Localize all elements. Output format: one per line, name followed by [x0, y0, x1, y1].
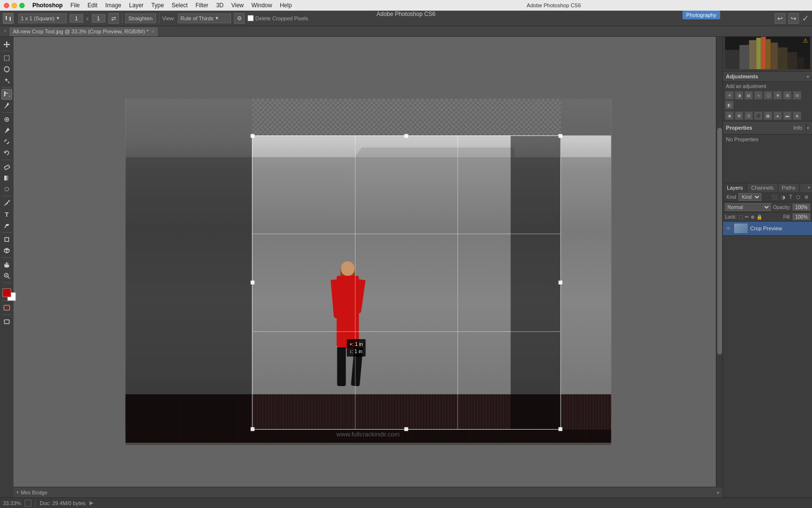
layer-eye-icon[interactable]: 👁: [725, 225, 732, 232]
adjustments-collapse-icon[interactable]: ▾: [807, 74, 809, 79]
shape-tool[interactable]: [1, 234, 12, 245]
levels-adj-icon[interactable]: ▤: [744, 91, 753, 100]
view-dropdown[interactable]: Rule of Thirds ▾: [178, 14, 231, 23]
delete-cropped-checkbox[interactable]: [247, 15, 254, 21]
menu-3d[interactable]: 3D: [216, 2, 223, 9]
lock-all-icon[interactable]: 🔒: [756, 214, 762, 220]
menu-filter[interactable]: Filter: [195, 2, 208, 9]
crop-tool-sidebar[interactable]: [1, 89, 12, 100]
straighten-button[interactable]: Straighten: [125, 14, 156, 23]
filter-smart-icon[interactable]: ⚙: [803, 194, 810, 200]
commit-button[interactable]: ✓: [802, 14, 809, 23]
filter-type-icon[interactable]: T: [788, 194, 794, 200]
menu-layer[interactable]: Layer: [129, 2, 144, 9]
blend-mode-dropdown[interactable]: Normal: [725, 203, 771, 211]
hand-tool[interactable]: [1, 259, 12, 270]
tab-close-all[interactable]: ×: [4, 29, 7, 34]
brush-tool[interactable]: [1, 125, 12, 136]
clone-stamp-tool[interactable]: [1, 136, 12, 147]
histogram-warning-icon[interactable]: ⚠: [803, 37, 808, 44]
lock-position-icon[interactable]: ⊕: [751, 214, 754, 220]
swap-wh-button[interactable]: ⇄: [108, 13, 119, 24]
lasso-tool[interactable]: [1, 64, 12, 75]
screen-mode-button[interactable]: [1, 316, 12, 327]
pen-tool[interactable]: [1, 198, 12, 209]
layers-collapse-icon[interactable]: ▾: [806, 183, 812, 192]
ratio-w-input[interactable]: [70, 14, 83, 23]
3d-tool[interactable]: [1, 245, 12, 256]
magic-wand-tool[interactable]: [1, 75, 12, 86]
path-selection-tool[interactable]: [1, 220, 12, 231]
foreground-color[interactable]: [2, 288, 11, 297]
bw-adj-icon[interactable]: ◧: [725, 101, 734, 109]
scroll-y[interactable]: [716, 37, 723, 491]
close-button[interactable]: [4, 3, 9, 8]
zoom-tool[interactable]: [1, 270, 12, 281]
document-tab[interactable]: All-new Crop Tool.jpg @ 33.3% (Crop Prev…: [9, 27, 159, 36]
move-tool[interactable]: [1, 39, 12, 49]
eraser-tool[interactable]: [1, 162, 12, 172]
properties-collapse-icon[interactable]: ▾: [807, 125, 809, 131]
gradient-map-adj-icon[interactable]: ▬: [783, 111, 792, 120]
contrast-adj-icon[interactable]: ◑: [735, 91, 743, 100]
filter-pixel-icon[interactable]: ⬛: [770, 194, 779, 200]
selective-color-adj-icon[interactable]: ◈: [793, 111, 801, 120]
ratio-dropdown[interactable]: 1 x 1 (Square) ▾: [18, 14, 67, 23]
eyedropper-tool[interactable]: [1, 100, 12, 111]
color-swatches[interactable]: [1, 286, 12, 297]
tab-close-button[interactable]: ×: [151, 29, 154, 34]
blur-tool[interactable]: [1, 184, 12, 194]
undo-button[interactable]: ↩: [775, 13, 785, 24]
history-brush-tool[interactable]: [1, 148, 12, 158]
menu-select[interactable]: Select: [172, 2, 188, 9]
healing-tool[interactable]: [1, 114, 12, 125]
lock-transparent-icon[interactable]: ⬚: [739, 214, 743, 220]
fill-input[interactable]: [793, 213, 810, 220]
layer-item-crop-preview[interactable]: 👁 Crop Preview: [723, 222, 812, 236]
vibrance-adj-icon[interactable]: ❋: [773, 91, 782, 100]
menu-help[interactable]: Help: [280, 2, 292, 9]
channel-mixer-adj-icon[interactable]: ⊠: [735, 111, 743, 120]
mini-bridge-expand-icon[interactable]: ▾: [16, 490, 19, 495]
photography-badge[interactable]: Photography: [682, 11, 720, 19]
color-lookup-adj-icon[interactable]: ⊡: [744, 111, 753, 120]
marquee-tool[interactable]: [1, 53, 12, 63]
quick-mask-button[interactable]: [1, 302, 12, 313]
paths-tab[interactable]: Paths: [778, 183, 800, 192]
opacity-input[interactable]: [793, 204, 810, 210]
curves-adj-icon[interactable]: ∿: [754, 91, 763, 100]
app-name[interactable]: Photoshop: [32, 2, 63, 9]
brightness-adj-icon[interactable]: ☀: [725, 91, 734, 100]
status-arrow[interactable]: ▶: [89, 500, 93, 506]
crop-tool-icon[interactable]: [3, 13, 14, 24]
info-tab[interactable]: Info: [790, 123, 807, 132]
ratio-h-input[interactable]: [92, 14, 105, 23]
menu-view[interactable]: View: [231, 2, 244, 9]
threshold-adj-icon[interactable]: ▲: [773, 111, 782, 120]
scroll-thumb-y[interactable]: [717, 128, 722, 355]
mini-bridge-arrow-right[interactable]: ▸: [717, 490, 720, 495]
view-settings-button[interactable]: ⚙: [234, 13, 245, 24]
menu-file[interactable]: File: [71, 2, 80, 9]
kind-dropdown[interactable]: Kind: [739, 193, 761, 201]
layers-tab[interactable]: Layers: [723, 183, 747, 192]
posterize-adj-icon[interactable]: ▦: [764, 111, 772, 120]
filter-adj-icon[interactable]: ◑: [780, 194, 787, 200]
menu-type[interactable]: Type: [151, 2, 164, 9]
invert-adj-icon[interactable]: ⬛: [754, 111, 763, 120]
menu-window[interactable]: Window: [251, 2, 272, 9]
lock-paint-icon[interactable]: ✏: [745, 214, 749, 220]
text-tool[interactable]: T: [1, 209, 12, 220]
maximize-button[interactable]: [19, 3, 25, 8]
photo-filter-adj-icon[interactable]: ◉: [725, 111, 734, 120]
menu-image[interactable]: Image: [105, 2, 121, 9]
filter-shape-icon[interactable]: ⬡: [795, 194, 802, 200]
redo-button[interactable]: ↪: [788, 13, 799, 24]
delete-cropped-label[interactable]: Delete Cropped Pixels: [247, 15, 308, 21]
menu-edit[interactable]: Edit: [87, 2, 98, 9]
proof-colors-button[interactable]: [25, 500, 31, 507]
color-balance-adj-icon[interactable]: ⊟: [793, 91, 801, 100]
gradient-tool[interactable]: [1, 173, 12, 183]
channels-tab[interactable]: Channels: [747, 183, 778, 192]
hue-sat-adj-icon[interactable]: ⊞: [783, 91, 792, 100]
